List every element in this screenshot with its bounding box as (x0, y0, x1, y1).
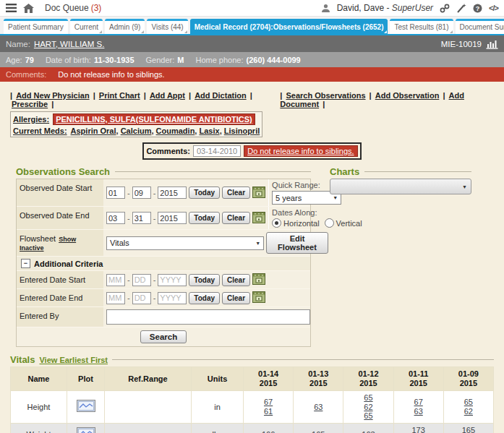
column-header-date-01-11: 01-112015 (393, 367, 443, 391)
today-button[interactable]: Today (189, 274, 220, 286)
dates-along-radio-vertical[interactable] (325, 218, 334, 228)
collapse-icon[interactable]: − (21, 259, 30, 268)
tab-current[interactable]: Current (70, 19, 103, 34)
observation-value-link[interactable]: 65 (343, 411, 393, 421)
column-header-date-01-13: 01-132015 (294, 367, 343, 391)
action-link-add-dictation[interactable]: Add Dictation (195, 91, 247, 100)
date-line-1: 01-14 (244, 369, 293, 379)
observation-value-link[interactable]: 166 (244, 430, 293, 433)
observation-value-link[interactable]: 62 (343, 403, 393, 412)
today-button[interactable]: Today (189, 292, 220, 304)
action-link-search-observations[interactable]: Search Observations (286, 91, 365, 100)
units: in (192, 391, 244, 424)
clear-button[interactable]: Clear (222, 212, 250, 224)
allergy-value-link[interactable]: PENICILLINS, SULFA(SULFONAMIDE ANTIBIOTI… (53, 113, 255, 125)
chevron-down-icon: ▼ (333, 195, 338, 200)
plot-icon (77, 427, 95, 433)
med-link-lasix[interactable]: Lasix (199, 127, 219, 135)
observed-end-month-input[interactable] (106, 212, 125, 224)
observed-end-day-input[interactable] (132, 212, 151, 224)
current-meds-label[interactable]: Current Meds: (13, 127, 67, 135)
entered-by-textarea[interactable] (106, 309, 310, 325)
observation-value-link[interactable]: 65 (444, 398, 493, 407)
allergies-label[interactable]: Allergies: (13, 115, 49, 124)
entered-end-day-input[interactable] (132, 292, 151, 304)
observation-value-link[interactable]: 61 (244, 407, 293, 416)
tab-admin-9[interactable]: Admin (9) (105, 19, 145, 34)
tab-test-results-81[interactable]: Test Results (81) (390, 19, 453, 34)
additional-criteria-toggle[interactable]: − Additional Criteria (17, 257, 310, 271)
observation-value-link[interactable]: 65 (343, 393, 393, 403)
column-header-plot: Plot (67, 367, 105, 391)
date-line-2: 2015 (444, 379, 493, 388)
help-icon[interactable]: ? (473, 4, 482, 13)
patient-chart-icon[interactable] (486, 39, 498, 49)
charts-select[interactable]: ▼ (330, 179, 471, 194)
calendar-icon[interactable] (252, 273, 265, 286)
entered-start-year-input[interactable] (158, 274, 187, 286)
plot-cell[interactable] (67, 391, 105, 424)
action-link-add-appt[interactable]: Add Appt (150, 91, 185, 100)
observation-value-link[interactable]: 62 (444, 407, 493, 416)
observed-start-day-input[interactable] (132, 187, 151, 199)
code-icon[interactable]: </> (489, 4, 498, 12)
observed-start-month-input[interactable] (106, 187, 125, 199)
home-icon[interactable] (23, 4, 34, 13)
entered-start-month-input[interactable] (106, 274, 125, 286)
link-icon[interactable] (440, 4, 450, 13)
doc-queue-link[interactable]: Doc Queue(3) (45, 3, 101, 13)
hamburger-menu-icon[interactable] (6, 4, 17, 12)
view-earliest-first-link[interactable]: View Earliest First (39, 356, 108, 364)
observation-value-link[interactable]: 163 (343, 430, 393, 433)
action-link-prescribe[interactable]: Prescribe (12, 100, 48, 108)
med-link-aspirin-oral[interactable]: Aspirin Oral (71, 127, 116, 135)
calendar-icon[interactable] (252, 291, 265, 304)
tab-medical-record-2704-observations-flowsheets-2652[interactable]: Medical Record (2704):Observations/Flows… (190, 19, 388, 34)
user-role: SuperUser (392, 3, 433, 13)
clear-button[interactable]: Clear (222, 274, 250, 286)
observation-value-link[interactable]: 63 (294, 403, 343, 412)
today-button[interactable]: Today (189, 212, 220, 224)
flowsheet-select[interactable]: Vitals▼ (106, 236, 264, 250)
action-link-print-chart[interactable]: Print Chart (99, 91, 140, 100)
med-link-calcium[interactable]: Calcium (121, 127, 152, 135)
tab-patient-summary[interactable]: Patient Summary (4, 19, 68, 34)
action-link-add-new-physician[interactable]: Add New Physician (16, 91, 89, 100)
calendar-icon[interactable] (252, 187, 265, 200)
plot-icon (77, 400, 95, 412)
entered-end-month-input[interactable] (106, 292, 125, 304)
patient-name-link[interactable]: HART, WILLIAM S. (34, 40, 105, 48)
observation-value-link[interactable]: 67 (394, 398, 443, 407)
comments-note-link[interactable]: Do not release info to siblings. (244, 145, 357, 157)
top-bar: Doc Queue(3) David, Dave - SuperUser ? <… (0, 0, 504, 17)
med-link-coumadin[interactable]: Coumadin (156, 127, 195, 135)
svg-text:?: ? (476, 4, 480, 12)
search-button[interactable]: Search (140, 330, 187, 343)
observed-start-year-input[interactable] (158, 187, 187, 199)
edit-flowsheet-button[interactable]: Edit Flowsheet (266, 232, 328, 254)
clear-button[interactable]: Clear (222, 187, 250, 199)
observation-value-link[interactable]: 63 (394, 407, 443, 416)
action-link-add-observation[interactable]: Add Observation (375, 91, 440, 100)
clear-button[interactable]: Clear (222, 292, 250, 304)
entered-start-day-input[interactable] (132, 274, 151, 286)
phone-value: (260) 444-0099 (247, 56, 301, 64)
user-menu[interactable]: David, Dave - SuperUser (337, 3, 433, 13)
plot-cell[interactable] (67, 423, 105, 433)
observation-value-link[interactable]: 173 (394, 426, 443, 433)
dates-along-radio-horizontal[interactable] (272, 218, 281, 228)
observation-value-link[interactable]: 67 (244, 398, 293, 407)
med-link-lisinopril[interactable]: Lisinopril (224, 127, 260, 135)
vitals-table: NamePlotRef.RangeUnits01-14201501-132015… (10, 366, 494, 433)
tab-document-summary-267[interactable]: Document Summary (267) (456, 19, 504, 34)
tab-visits-44[interactable]: Visits (44) (147, 19, 187, 34)
vital-name: Height (11, 391, 67, 424)
observation-value-link[interactable]: 165 (294, 430, 343, 433)
comments-date: 03-14-2010 (193, 145, 241, 157)
calendar-icon[interactable] (252, 212, 265, 225)
observation-value-link[interactable]: 165 (444, 426, 493, 433)
wand-icon[interactable] (456, 4, 466, 13)
entered-end-year-input[interactable] (158, 292, 187, 304)
observed-end-year-input[interactable] (158, 212, 187, 224)
today-button[interactable]: Today (189, 187, 220, 199)
